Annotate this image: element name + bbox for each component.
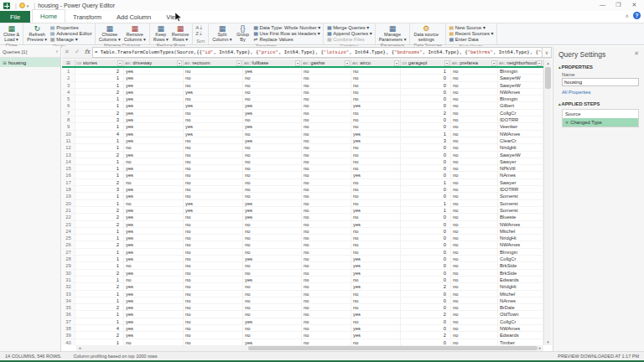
scroll-left-icon[interactable]: ◂	[76, 345, 83, 351]
restore-button[interactable]: ❐	[610, 0, 626, 10]
cell-gashw[interactable]: no	[302, 172, 351, 178]
row-number[interactable]: 9	[62, 123, 75, 129]
cell-recroom[interactable]: no	[184, 172, 243, 178]
cell-airco[interactable]: yes	[351, 332, 401, 338]
cell-garagepl[interactable]: 0	[401, 158, 451, 164]
cell-recroom[interactable]: no	[184, 144, 243, 150]
column-header-prefarea[interactable]: ABCprefarea▾	[451, 59, 498, 66]
cell-gashw[interactable]: no	[302, 214, 351, 220]
cell-driveway[interactable]: no	[124, 339, 184, 345]
cell-fullbase[interactable]: no	[243, 172, 302, 178]
cell-airco[interactable]: yes	[351, 131, 401, 137]
cell-garagepl[interactable]: 0	[401, 172, 451, 178]
cell-gashw[interactable]: no	[302, 228, 351, 234]
row-number[interactable]: 32	[62, 283, 75, 289]
column-header-neighborhood[interactable]: ABCneighborhood▾	[498, 59, 543, 66]
advanced-editor-button[interactable]: ▤Advanced Editor	[49, 31, 92, 36]
cell-stories[interactable]: 2	[75, 152, 124, 158]
cell-prefarea[interactable]: no	[451, 318, 498, 324]
minimize-button[interactable]: —	[595, 0, 610, 10]
cell-recroom[interactable]: no	[184, 304, 243, 310]
cell-fullbase[interactable]: no	[243, 116, 302, 122]
cell-prefarea[interactable]: no	[451, 75, 498, 80]
cell-prefarea[interactable]: no	[451, 332, 498, 338]
cell-recroom[interactable]: no	[184, 318, 243, 324]
row-number[interactable]: 31	[62, 277, 75, 282]
cell-gashw[interactable]: no	[302, 297, 351, 303]
cell-prefarea[interactable]: no	[451, 152, 498, 158]
help-icon[interactable]: ?	[633, 12, 641, 19]
cell-prefarea[interactable]: no	[451, 144, 498, 150]
cell-prefarea[interactable]: no	[451, 277, 498, 282]
cell-neighborhood[interactable]: Gilbert	[498, 102, 543, 108]
cell-driveway[interactable]: yes	[124, 116, 184, 122]
cell-neighborhood[interactable]: Mitchel	[498, 291, 543, 297]
cell-gashw[interactable]: no	[302, 158, 351, 164]
cell-neighborhood[interactable]: SawyerW	[498, 82, 543, 88]
row-number[interactable]: 28	[62, 256, 75, 261]
cell-stories[interactable]: 1	[75, 137, 124, 143]
column-header-recroom[interactable]: ABCrecroom▾	[184, 59, 243, 66]
cell-driveway[interactable]: yes	[124, 131, 184, 137]
cell-prefarea[interactable]: no	[451, 96, 498, 101]
cell-airco[interactable]: no	[351, 144, 401, 150]
row-number[interactable]: 1	[62, 68, 75, 74]
cell-gashw[interactable]: no	[302, 235, 351, 240]
cell-driveway[interactable]: yes	[124, 89, 184, 95]
cell-fullbase[interactable]: yes	[243, 102, 302, 108]
cell-fullbase[interactable]: yes	[243, 318, 302, 324]
cell-prefarea[interactable]: no	[451, 297, 498, 303]
data-source-settings-button[interactable]: ⚙Data sourcesettings	[412, 24, 440, 42]
cell-neighborhood[interactable]: Somerst	[498, 200, 543, 206]
cell-fullbase[interactable]: yes	[243, 110, 302, 116]
cell-neighborhood[interactable]: NWAmes	[498, 89, 543, 95]
cell-fullbase[interactable]: no	[243, 131, 302, 137]
formula-expand-icon[interactable]: ∨	[543, 47, 552, 58]
query-item-housing[interactable]: ⊞ housing	[0, 58, 60, 67]
cell-prefarea[interactable]: no	[451, 137, 498, 143]
cell-airco[interactable]: yes	[351, 311, 401, 317]
cell-garagepl[interactable]: 0	[401, 318, 451, 324]
cell-recroom[interactable]: no	[184, 228, 243, 234]
tab-file[interactable]: File	[0, 11, 30, 23]
cell-airco[interactable]: no	[351, 110, 401, 116]
column-header-fullbase[interactable]: ABCfullbase▾	[243, 59, 302, 66]
cell-stories[interactable]: 1	[75, 291, 124, 297]
column-header-driveway[interactable]: ABCdriveway▾	[124, 59, 184, 66]
row-number[interactable]: 21	[62, 207, 75, 213]
cell-driveway[interactable]: yes	[124, 110, 184, 116]
cell-garagepl[interactable]: 0	[401, 277, 451, 282]
cell-driveway[interactable]: yes	[124, 332, 184, 338]
close-pane-icon[interactable]: ✕	[634, 50, 639, 59]
cell-driveway[interactable]: yes	[124, 193, 184, 199]
cell-prefarea[interactable]: no	[451, 186, 498, 192]
applied-step-source[interactable]: Source	[563, 110, 638, 118]
cell-garagepl[interactable]: 0	[401, 152, 451, 158]
filter-icon[interactable]: ▾	[444, 60, 449, 66]
cell-fullbase[interactable]: no	[243, 179, 302, 185]
column-header-stories[interactable]: 123stories▾	[75, 59, 124, 66]
cell-gashw[interactable]: no	[302, 241, 351, 247]
row-number[interactable]: 22	[62, 214, 75, 220]
cell-stories[interactable]: 1	[75, 158, 124, 164]
cell-recroom[interactable]: no	[184, 297, 243, 303]
cell-neighborhood[interactable]: Edwards	[498, 332, 543, 338]
cell-garagepl[interactable]: 0	[401, 291, 451, 297]
cell-neighborhood[interactable]: IDOTRR	[498, 186, 543, 192]
filter-icon[interactable]: ▾	[117, 60, 122, 66]
cell-recroom[interactable]: no	[184, 68, 243, 74]
cell-airco[interactable]: no	[351, 249, 401, 255]
cell-stories[interactable]: 1	[75, 200, 124, 206]
cell-neighborhood[interactable]: CollgCr	[498, 318, 543, 324]
filter-icon[interactable]: ▾	[177, 60, 182, 66]
cell-gashw[interactable]: no	[302, 165, 351, 171]
cell-neighborhood[interactable]: NWAmes	[498, 131, 543, 137]
row-number[interactable]: 19	[62, 193, 75, 199]
cell-stories[interactable]: 1	[75, 123, 124, 129]
cell-prefarea[interactable]: no	[451, 241, 498, 247]
row-number[interactable]: 14	[62, 158, 75, 164]
row-number[interactable]: 20	[62, 200, 75, 206]
cell-gashw[interactable]: no	[302, 304, 351, 310]
cell-driveway[interactable]: yes	[124, 75, 184, 80]
cell-recroom[interactable]: no	[184, 311, 243, 317]
